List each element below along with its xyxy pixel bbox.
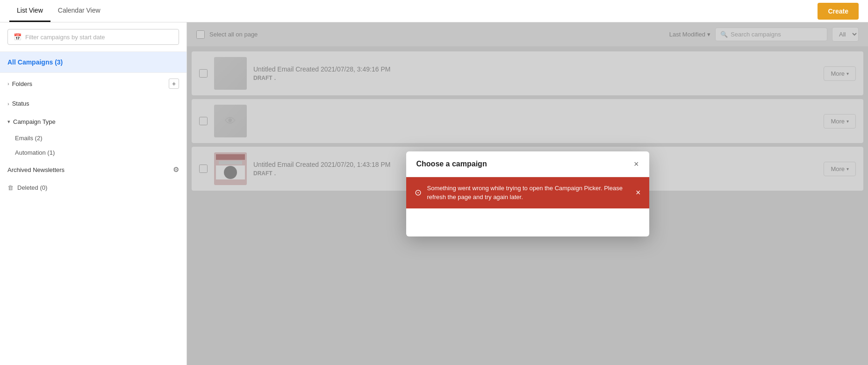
deleted-row[interactable]: 🗑 Deleted (0) bbox=[0, 179, 187, 196]
tab-calendar-view[interactable]: Calendar View bbox=[50, 0, 108, 22]
status-label: Status bbox=[12, 100, 29, 107]
date-filter-section: 📅 Filter campaigns by start date bbox=[0, 22, 187, 52]
status-chevron-icon: › bbox=[7, 101, 9, 107]
folders-label: Folders bbox=[12, 80, 32, 87]
error-banner: ⊙ Something went wrong while trying to o… bbox=[406, 177, 649, 208]
modal-overlay: Choose a campaign × ⊙ Something went wro… bbox=[187, 22, 868, 365]
trash-icon: 🗑 bbox=[7, 184, 14, 191]
campaign-type-left: ▾ Campaign Type bbox=[7, 118, 56, 125]
archived-gear-button[interactable]: ⚙ bbox=[173, 165, 179, 174]
content-area: Select all on page Last Modified ▾ 🔍 All bbox=[187, 22, 868, 365]
campaign-type-row[interactable]: ▾ Campaign Type bbox=[0, 113, 187, 131]
calendar-icon: 📅 bbox=[14, 33, 22, 41]
error-close-button[interactable]: × bbox=[636, 188, 641, 198]
sidebar: 📅 Filter campaigns by start date All Cam… bbox=[0, 22, 187, 365]
folders-chevron-icon: › bbox=[7, 81, 9, 86]
campaign-type-chevron-icon: ▾ bbox=[7, 119, 10, 125]
modal-title: Choose a campaign bbox=[416, 160, 487, 168]
error-circle-icon: ⊙ bbox=[415, 187, 422, 198]
archived-newsletters-label[interactable]: Archived Newsletters bbox=[7, 166, 65, 173]
view-tabs: List View Calendar View bbox=[9, 0, 108, 22]
error-message: Something went wrong while trying to ope… bbox=[427, 184, 630, 202]
date-filter-placeholder: Filter campaigns by start date bbox=[25, 34, 105, 41]
modal-body: ⊙ Something went wrong while trying to o… bbox=[406, 177, 649, 236]
sidebar-item-automation[interactable]: Automation (1) bbox=[0, 145, 187, 160]
tab-list-view[interactable]: List View bbox=[9, 0, 50, 22]
modal-empty-area bbox=[406, 208, 649, 236]
campaign-type-label: Campaign Type bbox=[13, 118, 56, 125]
modal-header: Choose a campaign × bbox=[406, 151, 649, 177]
choose-campaign-modal: Choose a campaign × ⊙ Something went wro… bbox=[406, 151, 649, 236]
sidebar-item-emails[interactable]: Emails (2) bbox=[0, 131, 187, 145]
all-campaigns-label[interactable]: All Campaigns (3) bbox=[0, 52, 187, 73]
main-layout: 📅 Filter campaigns by start date All Cam… bbox=[0, 22, 868, 365]
modal-close-button[interactable]: × bbox=[634, 160, 639, 168]
add-folder-button[interactable]: + bbox=[169, 79, 179, 89]
archived-newsletters-row: Archived Newsletters ⚙ bbox=[0, 160, 187, 179]
deleted-label: Deleted (0) bbox=[17, 184, 47, 191]
top-navigation: List View Calendar View Create bbox=[0, 0, 868, 22]
folders-left: › Folders bbox=[7, 80, 32, 87]
status-left: › Status bbox=[7, 100, 29, 107]
status-row[interactable]: › Status bbox=[0, 94, 187, 113]
date-filter-input[interactable]: 📅 Filter campaigns by start date bbox=[7, 29, 179, 45]
folders-row[interactable]: › Folders + bbox=[0, 73, 187, 94]
create-button[interactable]: Create bbox=[818, 3, 859, 20]
